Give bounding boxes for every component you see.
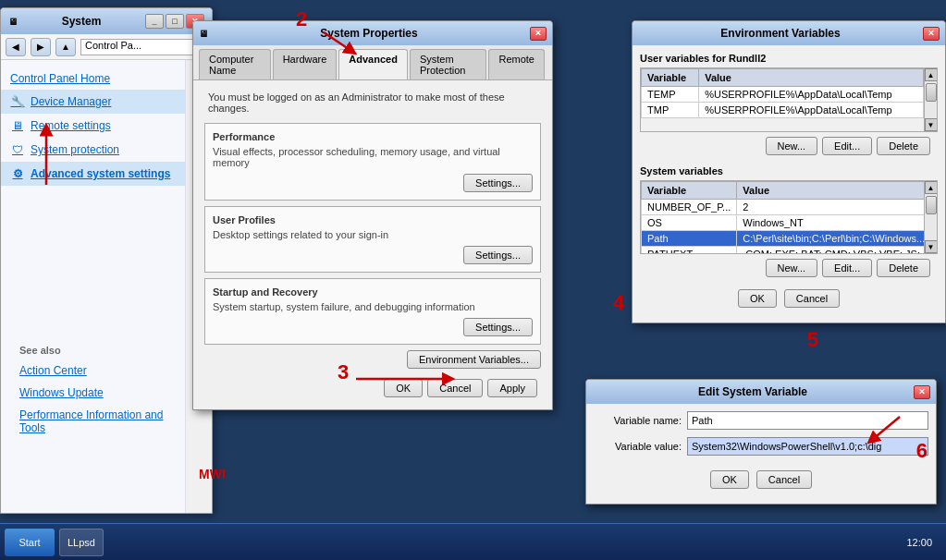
user-delete-btn[interactable]: Delete [877, 137, 930, 155]
var-value-input[interactable] [687, 437, 928, 456]
editsysvar-btn-row: OK Cancel [594, 463, 928, 496]
sysprops-tabs: Computer Name Hardware Advanced System P… [193, 45, 552, 80]
remote-settings-icon: 🖥 [10, 118, 25, 133]
sys-vars-btn-row: New... Edit... Delete [640, 254, 938, 282]
back-btn[interactable]: ◀ [6, 38, 26, 56]
device-manager-label: Device Manager [31, 95, 111, 108]
editsysvar-body: Variable name: Variable value: OK Cancel [586, 404, 936, 504]
tab-system-protection[interactable]: System Protection [410, 49, 487, 79]
tab-remote[interactable]: Remote [488, 49, 545, 79]
user-profiles-section: User Profiles Desktop settings related t… [204, 206, 541, 273]
sys-scroll-up-btn[interactable]: ▲ [925, 181, 938, 194]
up-btn[interactable]: ▲ [55, 38, 76, 56]
system-window: 🖥 System _ □ ✕ ◀ ▶ ▲ Control Pa... Contr… [0, 7, 213, 514]
var-name-input[interactable] [687, 411, 928, 430]
table-row[interactable]: NUMBER_OF_P... 2 [642, 200, 925, 215]
user-vars-scrollbar[interactable]: ▲ ▼ [924, 68, 937, 131]
start-button[interactable]: Start [5, 529, 55, 556]
user-edit-btn[interactable]: Edit... [822, 137, 872, 155]
path-row[interactable]: Path C:\Perl\site\bin;C:\Perl\bin;C:\Win… [642, 231, 925, 247]
env-variables-btn[interactable]: Environment Variables... [407, 350, 541, 369]
sysprops-btn-row: OK Cancel Apply [201, 374, 545, 402]
sidebar-home[interactable]: Control Panel Home [1, 67, 185, 90]
system-titlebar: 🖥 System _ □ ✕ [1, 8, 212, 34]
editsysvar-titlebar: Edit System Variable ✕ [586, 380, 936, 404]
address-bar: ◀ ▶ ▲ Control Pa... [1, 34, 212, 60]
table-row[interactable]: PATHEXT .COM;.EXE;.BAT;.CMD;.VBS;.VBE;.J… [642, 247, 925, 254]
editsysvar-ok-btn[interactable]: OK [710, 470, 749, 489]
sys-edit-btn[interactable]: Edit... [822, 259, 872, 277]
user-temp-var: TEMP [642, 87, 699, 103]
path-var-cell: Path [642, 231, 737, 247]
sys-scroll-thumb[interactable] [926, 196, 937, 214]
system-protection-icon: 🛡 [10, 142, 25, 157]
sys-new-btn[interactable]: New... [766, 259, 818, 277]
taskbar-item[interactable]: LLpsd [59, 529, 104, 556]
performance-info-label: Performance Information and Tools [19, 408, 166, 434]
envvars-titlebar: Environment Variables ✕ [633, 21, 945, 45]
envvars-ok-btn[interactable]: OK [738, 289, 777, 308]
action-center-link[interactable]: Action Center [10, 359, 176, 382]
sys-vars-scrollbar[interactable]: ▲ ▼ [924, 181, 937, 253]
address-text: Control Pa... [85, 40, 141, 51]
sysprops-titlebar: 🖥 System Properties ✕ [193, 21, 552, 45]
forward-btn[interactable]: ▶ [31, 38, 51, 56]
sysprops-cancel-btn[interactable]: Cancel [427, 379, 483, 397]
sys-delete-btn[interactable]: Delete [877, 259, 930, 277]
user-profiles-desc: Desktop settings related to your sign-in [213, 229, 533, 240]
annotation-4: 4 [613, 291, 624, 315]
startup-settings-btn[interactable]: Settings... [463, 318, 533, 336]
device-manager-icon: 🔧 [10, 94, 25, 109]
scroll-down-btn[interactable]: ▼ [925, 118, 938, 131]
var-name-label: Variable name: [594, 415, 682, 426]
annotation-6: 6 [916, 439, 928, 463]
table-row[interactable]: TMP %USERPROFILE%\AppData\Local\Temp [642, 103, 924, 118]
minimize-btn[interactable]: _ [145, 14, 164, 29]
sidebar-item-device-manager[interactable]: 🔧 Device Manager [1, 90, 185, 114]
user-val-col-header: Value [699, 69, 924, 87]
address-field[interactable]: Control Pa... [80, 39, 207, 55]
sys-val-col-header: Value [737, 182, 924, 200]
performance-title: Performance [213, 131, 533, 142]
sys-vars-table-wrapper: Variable Value NUMBER_OF_P... 2 OS [640, 180, 938, 254]
tab-advanced[interactable]: Advanced [338, 49, 408, 79]
scroll-up-btn[interactable]: ▲ [925, 68, 938, 81]
performance-settings-btn[interactable]: Settings... [463, 174, 533, 192]
performance-desc: Visual effects, processor scheduling, me… [213, 146, 533, 168]
table-row[interactable]: TEMP %USERPROFILE%\AppData\Local\Temp [642, 87, 924, 103]
user-vars-table: Variable Value TEMP %USERPROFILE%\AppDat… [641, 68, 924, 118]
editsysvar-close-btn[interactable]: ✕ [914, 385, 930, 399]
sidebar-item-system-protection[interactable]: 🛡 System protection [1, 138, 185, 162]
sidebar-item-advanced-settings[interactable]: ⚙ Advanced system settings [1, 162, 185, 186]
env-variables-dialog: Environment Variables ✕ User variables f… [632, 20, 946, 323]
clock: 12:00 [906, 537, 932, 548]
advanced-settings-label: Advanced system settings [31, 167, 170, 180]
maximize-btn[interactable]: □ [166, 14, 184, 29]
tab-computer-name[interactable]: Computer Name [199, 49, 271, 79]
user-profiles-title: User Profiles [213, 214, 533, 225]
scroll-thumb[interactable] [926, 83, 937, 102]
windows-update-link[interactable]: Windows Update [10, 382, 176, 404]
edit-sysvar-dialog: Edit System Variable ✕ Variable name: Va… [585, 379, 937, 505]
envvars-cancel-btn[interactable]: Cancel [784, 289, 840, 308]
editsysvar-cancel-btn[interactable]: Cancel [756, 470, 812, 489]
sys-var-col-header: Variable [642, 182, 737, 200]
table-row[interactable]: OS Windows_NT [642, 215, 925, 231]
sys-vars-table: Variable Value NUMBER_OF_P... 2 OS [641, 181, 924, 253]
performance-info-link[interactable]: Performance Information and Tools [10, 404, 176, 439]
tab-hardware[interactable]: Hardware [273, 49, 338, 79]
desktop: 🖥 System _ □ ✕ ◀ ▶ ▲ Control Pa... Contr… [0, 0, 946, 523]
user-new-btn[interactable]: New... [766, 137, 818, 155]
user-tmp-val: %USERPROFILE%\AppData\Local\Temp [699, 103, 924, 118]
sysprops-apply-btn[interactable]: Apply [487, 379, 537, 397]
sysprops-close-btn[interactable]: ✕ [530, 27, 547, 41]
envvars-close-btn[interactable]: ✕ [923, 27, 940, 41]
sysprops-ok-btn[interactable]: OK [384, 379, 423, 397]
path-val-cell: C:\Perl\site\bin;C:\Perl\bin;C:\Windows.… [737, 231, 924, 247]
sys-scroll-down-btn[interactable]: ▼ [925, 240, 938, 253]
taskbar-tray: 12:00 [906, 537, 941, 548]
user-profiles-settings-btn[interactable]: Settings... [463, 246, 533, 264]
sidebar-item-remote-settings[interactable]: 🖥 Remote settings [1, 114, 185, 138]
admin-note: You must be logged on as an Administrato… [201, 88, 545, 117]
performance-section: Performance Visual effects, processor sc… [204, 123, 541, 201]
